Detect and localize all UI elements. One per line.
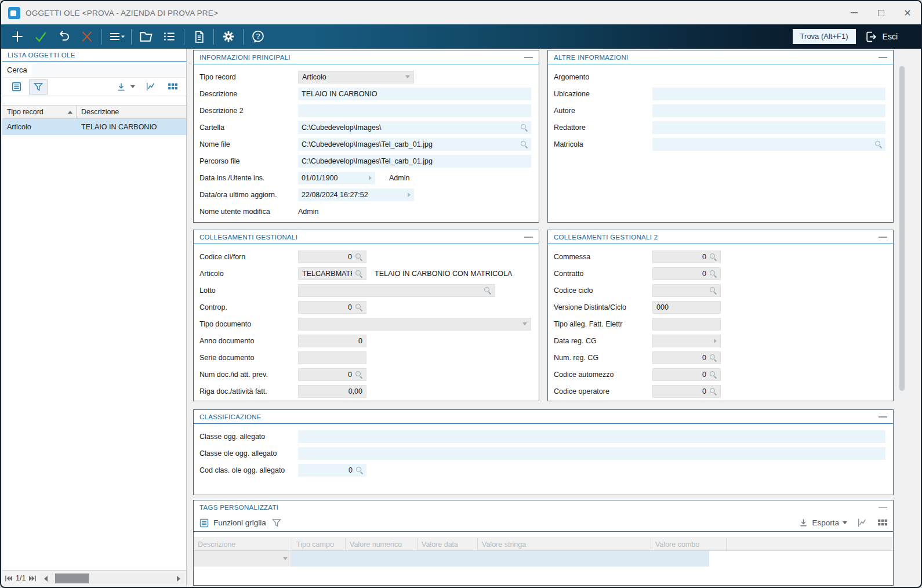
search-icon[interactable] [709, 253, 717, 260]
scrollbar-thumb[interactable] [55, 574, 89, 583]
num-reg-cg-input[interactable]: 0 [652, 351, 721, 364]
add-button[interactable] [6, 27, 29, 46]
data-aggiorn-input[interactable]: 22/08/2024 16:27:52 [298, 188, 414, 201]
tags-grid-button[interactable] [877, 517, 888, 528]
column-header[interactable]: Valore stringa [478, 538, 651, 550]
contratto-input[interactable]: 0 [652, 267, 721, 280]
tipo-alleg-input[interactable] [652, 318, 721, 331]
expand-arrow-icon[interactable] [408, 193, 411, 197]
classe-ole-ogg-input[interactable] [298, 447, 885, 460]
argomento-input[interactable] [652, 71, 885, 84]
commessa-input[interactable]: 0 [652, 251, 721, 263]
undo-button[interactable] [52, 27, 75, 46]
vertical-scrollbar[interactable] [898, 50, 905, 585]
last-page-button[interactable] [28, 575, 37, 582]
help-button[interactable]: ? [246, 27, 270, 46]
funzioni-griglia-button[interactable]: Funzioni griglia [199, 518, 266, 528]
versione-distinta-input[interactable]: 000 [652, 301, 721, 314]
esporta-button[interactable]: Esporta [798, 518, 847, 528]
table-row[interactable]: Articolo TELAIO IN CARBONIO [2, 119, 186, 135]
collapse-panel-button[interactable] [879, 416, 887, 418]
collapse-panel-button[interactable] [524, 57, 533, 58]
articolo-input[interactable]: TELCARBMATRI [298, 267, 366, 280]
tag-descrizione-select[interactable] [194, 551, 292, 567]
list-button[interactable] [158, 27, 181, 46]
collapse-panel-button[interactable] [879, 507, 887, 508]
expand-arrow-icon[interactable] [369, 176, 372, 180]
tags-chart-button[interactable] [856, 517, 867, 528]
find-button[interactable]: Trova (Alt+F1) [793, 29, 856, 44]
search-icon[interactable] [709, 371, 717, 378]
num-doc-input[interactable]: 0 [298, 368, 366, 381]
search-icon[interactable] [355, 253, 362, 260]
classe-ogg-input[interactable] [298, 430, 885, 443]
descrizione-input[interactable]: TELAIO IN CARBONIO [298, 88, 531, 100]
autore-input[interactable] [652, 104, 885, 117]
riga-doc-input[interactable]: 0,00 [298, 385, 366, 398]
codice-operatore-input[interactable]: 0 [652, 385, 721, 398]
download-button[interactable] [113, 79, 137, 95]
search-icon[interactable] [709, 286, 717, 294]
nome-file-input[interactable]: C:\Cubedevelop\Images\Tel_carb_01.jpg [298, 138, 531, 151]
expand-arrow-icon[interactable] [714, 339, 717, 343]
cod-clas-input[interactable]: 0 [298, 464, 366, 477]
collapse-panel-button[interactable] [524, 237, 533, 238]
cancel-button[interactable] [75, 27, 99, 46]
menu-button[interactable] [105, 27, 128, 46]
column-header[interactable]: Tipo campo [292, 538, 346, 550]
search-icon[interactable] [709, 387, 717, 395]
tags-table-row[interactable] [194, 551, 893, 567]
search-icon[interactable] [520, 124, 528, 131]
column-header-tipo-record[interactable]: Tipo record [2, 106, 77, 118]
tipo-record-select[interactable]: Articolo [298, 71, 414, 84]
data-ins-input[interactable]: 01/01/1900 [298, 172, 375, 184]
scrollbar-thumb[interactable] [899, 66, 905, 391]
grid-button[interactable] [163, 79, 182, 95]
codice-ciclo-input[interactable] [652, 284, 721, 297]
column-header[interactable]: Valore data [418, 538, 478, 550]
codice-automezzo-input[interactable]: 0 [652, 368, 721, 381]
search-icon[interactable] [709, 270, 717, 277]
minimize-button[interactable] [841, 1, 867, 24]
column-header[interactable]: Valore combo [651, 538, 727, 550]
maximize-button[interactable] [867, 1, 894, 24]
search-icon[interactable] [520, 140, 528, 148]
search-icon[interactable] [874, 140, 882, 148]
tags-filter-button[interactable] [271, 518, 282, 528]
codice-cli-forn-input[interactable]: 0 [298, 251, 366, 263]
confirm-button[interactable] [29, 27, 52, 46]
percorso-file-input[interactable]: C:\Cubedevelop\Images\Tel_carb_01.jpg [298, 155, 531, 168]
open-folder-button[interactable] [135, 27, 158, 46]
search-icon[interactable] [355, 371, 362, 378]
settings-button[interactable] [217, 27, 240, 46]
document-button[interactable] [187, 27, 210, 46]
anno-documento-input[interactable]: 0 [298, 335, 366, 347]
close-button[interactable]: ✕ [894, 1, 921, 24]
search-icon[interactable] [355, 466, 363, 474]
first-page-button[interactable] [4, 575, 13, 582]
filter-button[interactable] [29, 79, 48, 95]
cartella-input[interactable]: C:\Cubedevelop\Images\ [298, 121, 531, 134]
redattore-input[interactable] [652, 121, 885, 134]
tipo-documento-select[interactable] [298, 318, 531, 331]
serie-documento-input[interactable] [298, 351, 366, 364]
search-icon[interactable] [355, 303, 362, 311]
tag-row-cells[interactable] [292, 551, 709, 567]
scroll-left-icon[interactable] [44, 576, 48, 582]
list-view-button[interactable] [7, 79, 26, 95]
lotto-input[interactable] [298, 284, 495, 297]
horizontal-scrollbar[interactable] [40, 573, 184, 584]
descrizione-2-input[interactable] [298, 104, 531, 117]
controp-input[interactable]: 0 [298, 301, 366, 314]
column-header[interactable]: Valore numerico [346, 538, 418, 550]
collapse-panel-button[interactable] [879, 237, 887, 238]
scroll-right-icon[interactable] [177, 576, 180, 582]
data-reg-cg-input[interactable] [652, 335, 721, 347]
ubicazione-input[interactable] [652, 88, 885, 100]
search-icon[interactable] [355, 270, 362, 277]
column-header[interactable]: Descrizione [194, 538, 292, 550]
search-icon[interactable] [709, 354, 717, 361]
chart-button[interactable] [141, 79, 159, 95]
search-input[interactable] [32, 63, 186, 77]
search-icon[interactable] [484, 286, 491, 294]
